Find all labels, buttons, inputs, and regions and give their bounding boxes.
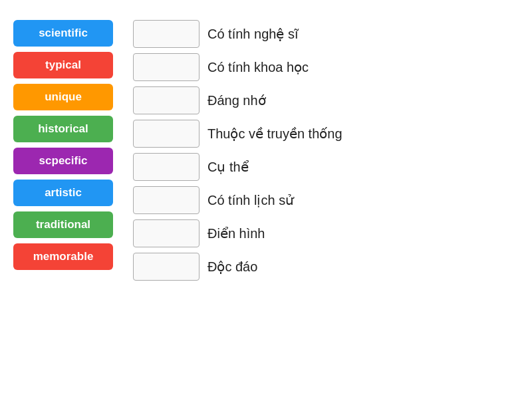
definition-list: Có tính nghệ sĩCó tính khoa họcĐáng nhớT… <box>133 20 519 281</box>
word-btn-scientific[interactable]: scientific <box>13 20 113 47</box>
word-btn-scpecific[interactable]: scpecific <box>13 148 113 174</box>
answer-box-3[interactable] <box>133 86 200 114</box>
answer-box-6[interactable] <box>133 186 200 214</box>
word-list: scientifictypicaluniquehistoricalscpecif… <box>13 20 120 270</box>
definition-text-7: Điển hình <box>207 225 265 241</box>
answer-box-4[interactable] <box>133 120 200 148</box>
word-btn-unique[interactable]: unique <box>13 84 113 110</box>
answer-box-1[interactable] <box>133 20 200 48</box>
match-row-5: Cụ thể <box>133 153 519 181</box>
word-btn-memorable[interactable]: memorable <box>13 243 113 270</box>
answer-box-2[interactable] <box>133 53 200 81</box>
answer-box-8[interactable] <box>133 253 200 281</box>
word-btn-traditional[interactable]: traditional <box>13 211 113 238</box>
definition-text-3: Đáng nhớ <box>207 92 266 108</box>
match-row-6: Có tính lịch sử <box>133 186 519 214</box>
match-row-2: Có tính khoa học <box>133 53 519 81</box>
match-row-7: Điển hình <box>133 219 519 247</box>
definition-text-6: Có tính lịch sử <box>207 192 294 208</box>
answer-box-7[interactable] <box>133 219 200 247</box>
answer-box-5[interactable] <box>133 153 200 181</box>
definition-text-8: Độc đáo <box>207 259 257 275</box>
match-row-3: Đáng nhớ <box>133 86 519 114</box>
definition-text-5: Cụ thể <box>207 159 249 175</box>
match-row-8: Độc đáo <box>133 253 519 281</box>
word-btn-artistic[interactable]: artistic <box>13 180 113 206</box>
word-btn-historical[interactable]: historical <box>13 116 113 142</box>
match-row-1: Có tính nghệ sĩ <box>133 20 519 48</box>
definition-text-1: Có tính nghệ sĩ <box>207 26 299 42</box>
word-btn-typical[interactable]: typical <box>13 52 113 78</box>
definition-text-2: Có tính khoa học <box>207 59 309 75</box>
definition-text-4: Thuộc về truyền thống <box>207 126 342 142</box>
match-row-4: Thuộc về truyền thống <box>133 120 519 148</box>
